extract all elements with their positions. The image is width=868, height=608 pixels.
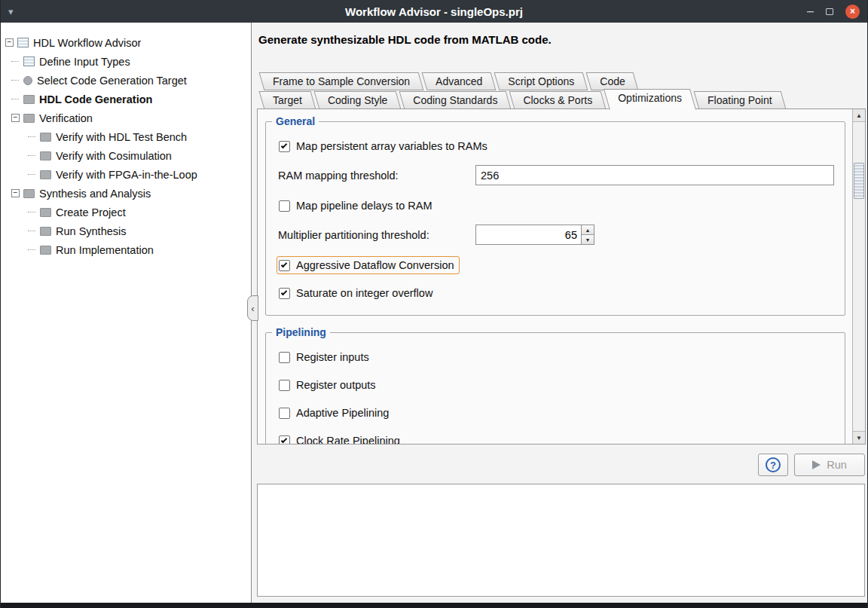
tree-item-run-implementation[interactable]: Run Implementation [1,240,251,259]
scrollbar-track[interactable] [853,122,865,431]
run-button[interactable]: Run [794,454,865,476]
collapse-expander-icon[interactable]: − [11,114,20,122]
task-square-icon [40,133,51,142]
checkbox-register-inputs[interactable]: Register inputs [277,348,374,366]
tree-guide-line [28,155,35,156]
tab-bar-row-1: Frame to Sample Conversion Advanced Scri… [261,72,866,90]
tab-bar-row-2: Target Coding Style Coding Standards Clo… [261,91,866,109]
check-icon [281,142,287,148]
task-square-icon [23,189,35,198]
task-square-icon [40,227,51,236]
tree-item-verification[interactable]: − Verification [1,108,251,127]
checkbox-saturate-on-integer-overflow[interactable]: Saturate on integer overflow [277,284,438,302]
checkbox-box[interactable] [279,260,290,271]
message-output-area[interactable] [257,484,865,597]
tree-item-define-input-types[interactable]: Define Input Types [1,52,251,71]
window-bottom-edge [1,603,867,608]
page-title: Generate synthesizable HDL code from MAT… [258,33,866,47]
tab-coding-style[interactable]: Coding Style [316,91,399,109]
close-button[interactable]: × [845,5,860,19]
restore-icon [826,8,833,15]
tab-code[interactable]: Code [588,72,636,90]
checkbox-register-outputs[interactable]: Register outputs [277,376,381,394]
multiplier-threshold-input[interactable] [476,225,581,244]
tree-guide-line [11,61,19,62]
scroll-down-icon[interactable]: ▼ [853,431,865,444]
general-group: General Map persistent array variables t… [265,121,845,316]
tree-item-hdl-code-generation[interactable]: HDL Code Generation [1,90,251,108]
tree-item-run-synthesis[interactable]: Run Synthesis [1,222,251,240]
spinner-down-button[interactable]: ▼ [582,235,594,244]
titlebar: ▾ Workflow Advisor - singleOps.prj – × [1,0,867,23]
tab-script-options[interactable]: Script Options [497,72,585,90]
tab-optimizations[interactable]: Optimizations [607,89,693,109]
group-title: General [272,115,319,127]
task-square-icon [23,95,35,104]
sidebar-collapse-handle[interactable]: ‹ [247,295,258,321]
checkbox-box[interactable] [279,288,290,299]
checkbox-map-pipeline-delays-to-ram[interactable]: Map pipeline delays to RAM [277,197,438,215]
tree-guide-line [28,174,35,175]
tab-floating-point[interactable]: Floating Point [696,91,784,109]
checkbox-box[interactable] [279,380,290,391]
main-panel: Generate synthesizable HDL code from MAT… [252,23,867,603]
optimizations-scroll-area: General Map persistent array variables t… [258,109,852,444]
check-icon [281,436,287,442]
minimize-button[interactable]: – [807,5,814,17]
field-label: RAM mapping threshold: [278,170,475,182]
circle-icon [23,76,32,85]
ram-mapping-threshold-input[interactable] [475,165,834,185]
checkbox-box[interactable] [279,141,290,152]
tree-item-verify-with-hdl-test-bench[interactable]: Verify with HDL Test Bench [1,127,251,146]
tab-frame-to-sample-conversion[interactable]: Frame to Sample Conversion [261,72,421,90]
tab-advanced[interactable]: Advanced [424,72,494,90]
checkbox-box[interactable] [279,408,290,419]
check-icon [281,261,287,267]
checkbox-clock-rate-pipelining[interactable]: Clock Rate Pipelining [277,432,405,444]
pipelining-group: Pipelining Register inputs Register outp… [265,332,845,444]
checkbox-map-persistent-arrays-to-rams[interactable]: Map persistent array variables to RAMs [277,137,493,155]
checkbox-box[interactable] [279,200,290,212]
tree-item-create-project[interactable]: Create Project [1,203,251,222]
scrollbar-thumb[interactable] [854,163,864,199]
minus-icon: − [14,189,18,197]
scroll-up-icon[interactable]: ▲ [853,109,865,122]
ram-mapping-threshold-row: RAM mapping threshold: [278,165,834,185]
check-icon [281,289,287,295]
multiplier-partitioning-threshold-row: Multiplier partitioning threshold: ▲ ▼ [278,225,834,245]
tree-item-verify-with-cosimulation[interactable]: Verify with Cosimulation [1,146,251,165]
tree-item-synthesis-and-analysis[interactable]: − Synthesis and Analysis [1,184,251,203]
checkbox-adaptive-pipelining[interactable]: Adaptive Pipelining [277,404,394,422]
play-icon [812,460,821,469]
checkbox-box[interactable] [279,352,290,363]
group-title: Pipelining [272,326,330,338]
tree-item-verify-with-fpga-in-the-loop[interactable]: Verify with FPGA-in-the-Loop [1,165,251,184]
tab-clocks-and-ports[interactable]: Clocks & Ports [512,91,604,109]
checkbox-aggressive-dataflow-conversion[interactable]: Aggressive Dataflow Conversion [277,256,460,274]
help-icon: ? [766,457,781,472]
collapse-expander-icon[interactable]: − [5,38,14,47]
tab-coding-standards[interactable]: Coding Standards [402,91,509,109]
task-square-icon [40,246,51,255]
vertical-scrollbar[interactable]: ▲ ▼ [852,109,865,444]
chevron-left-icon: ‹ [251,303,254,314]
help-button[interactable]: ? [758,454,788,476]
window-title: Workflow Advisor - singleOps.prj [1,5,867,18]
restore-button[interactable] [826,8,833,15]
list-icon [23,57,35,66]
tree-guide-line [11,80,19,81]
tree-item-select-code-generation-target[interactable]: Select Code Generation Target [1,71,251,90]
tab-target[interactable]: Target [261,91,313,109]
workflow-advisor-window: ▾ Workflow Advisor - singleOps.prj – × −… [0,0,868,608]
tree-item-hdl-workflow-advisor[interactable]: − HDL Workflow Advisor [1,33,251,52]
list-icon [17,38,29,47]
tree-guide-line [28,212,35,212]
workflow-tree: − HDL Workflow Advisor Define Input Type… [1,23,252,603]
spinner-up-button[interactable]: ▲ [582,225,594,235]
tree-guide-line [11,99,19,99]
checkbox-box[interactable] [279,435,290,445]
task-square-icon [40,151,51,160]
collapse-expander-icon[interactable]: − [11,189,20,197]
spinner-buttons: ▲ ▼ [581,225,594,244]
tree-guide-line [28,249,35,250]
